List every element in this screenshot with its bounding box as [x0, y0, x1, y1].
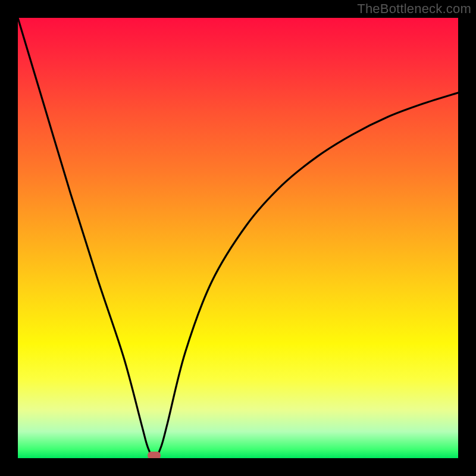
curve-svg [18, 18, 458, 458]
bottleneck-curve [18, 18, 458, 458]
optimal-point-marker [148, 452, 161, 458]
chart-frame: TheBottleneck.com [0, 0, 476, 476]
watermark-text: TheBottleneck.com [357, 1, 471, 17]
plot-area [18, 18, 458, 458]
